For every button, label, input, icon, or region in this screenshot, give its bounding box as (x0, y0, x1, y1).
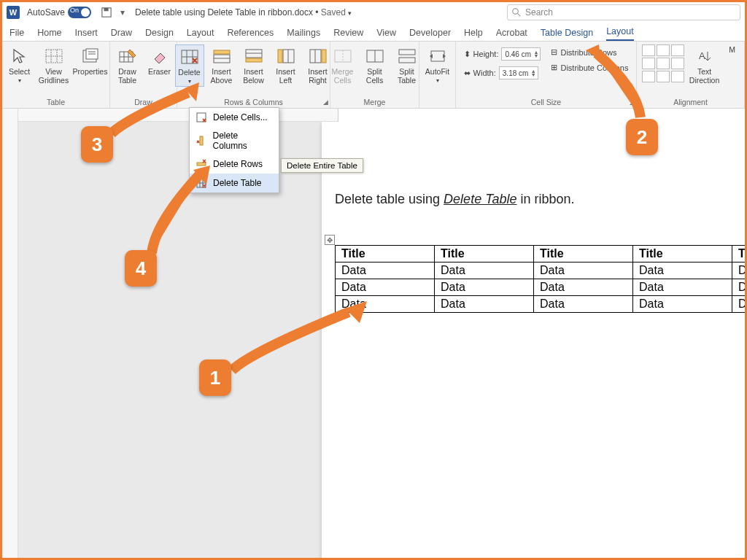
search-icon (512, 8, 521, 17)
annotation-arrow (586, 44, 651, 125)
delete-button[interactable]: Delete▾ (175, 44, 204, 87)
group-label-rows-cols: Rows & Columns (177, 98, 330, 106)
text-direction-button[interactable]: AText Direction (690, 44, 719, 86)
document-table[interactable]: TitleTitleTitleTitleTitle DataDataDataDa… (335, 245, 747, 313)
document-title[interactable]: Delete table using Delete Table in ribbo… (135, 7, 352, 18)
tab-table-layout[interactable]: Layout (606, 26, 634, 41)
tab-developer[interactable]: Developer (409, 28, 451, 41)
menu-delete-cells[interactable]: Delete Cells... (190, 108, 279, 127)
insert-above-icon (211, 46, 233, 66)
save-icon[interactable] (101, 7, 112, 18)
split-table-icon (396, 46, 418, 66)
annotation-badge: 3 (81, 126, 113, 163)
title-bar: W AutoSave On ▾ Delete table using Delet… (2, 2, 745, 23)
svg-point-2 (513, 9, 519, 15)
width-label: Width: (473, 69, 496, 77)
group-label-alignment: Alignment (637, 98, 744, 106)
tab-help[interactable]: Help (464, 28, 483, 41)
group-label-table: Table (2, 98, 109, 106)
tab-design[interactable]: Design (145, 28, 174, 41)
svg-rect-25 (246, 58, 262, 62)
tab-home[interactable]: Home (37, 28, 61, 41)
height-label: Height: (473, 50, 499, 58)
menu-delete-columns[interactable]: Delete Columns (190, 127, 279, 155)
delete-table-icon (179, 47, 201, 67)
split-table-button[interactable]: Split Table (392, 44, 422, 86)
dialog-launcher-icon[interactable]: ◢ (323, 98, 328, 106)
annotation-badge: 4 (125, 250, 157, 287)
svg-rect-41 (200, 136, 203, 145)
tab-acrobat[interactable]: Acrobat (496, 28, 527, 41)
cell-margins-button[interactable]: M (725, 44, 740, 56)
table-row: TitleTitleTitleTitleTitle (336, 246, 748, 262)
draw-table-button[interactable]: Draw Table (113, 44, 142, 86)
text-direction-icon: A (694, 46, 716, 66)
svg-rect-38 (431, 51, 444, 61)
annotation-arrow (221, 301, 367, 389)
insert-left-icon (275, 46, 297, 66)
svg-line-3 (518, 14, 521, 17)
insert-below-button[interactable]: Insert Below (239, 44, 268, 86)
svg-rect-1 (104, 8, 109, 11)
insert-left-button[interactable]: Insert Left (271, 44, 301, 86)
annotation-arrow (104, 82, 199, 141)
split-cells-icon (364, 46, 386, 66)
merge-cells-icon (332, 46, 354, 66)
tab-mailings[interactable]: Mailings (287, 28, 320, 41)
qat-dropdown-icon[interactable]: ▾ (117, 7, 128, 18)
width-input[interactable]: 3.18 cm▲▼ (499, 66, 538, 79)
tab-view[interactable]: View (376, 28, 396, 41)
cursor-icon (9, 46, 31, 66)
row-height-icon: ⬍ (464, 50, 471, 59)
autosave-label: AutoSave (27, 7, 65, 18)
insert-below-icon (243, 46, 265, 66)
merge-cells-button: Merge Cells (328, 44, 357, 86)
page-heading: Delete table using Delete Table in ribbo… (335, 192, 747, 207)
document-page[interactable]: Delete table using Delete Table in ribbo… (322, 122, 747, 560)
tab-references[interactable]: References (227, 28, 274, 41)
tab-table-design[interactable]: Table Design (541, 28, 593, 41)
select-button[interactable]: Select▾ (5, 44, 34, 85)
eraser-button[interactable]: Eraser (145, 44, 174, 78)
col-width-icon: ⬌ (464, 69, 471, 78)
workspace: Delete table using Delete Table in ribbo… (2, 109, 745, 558)
table-row: DataDataDataDataData (336, 279, 748, 296)
table-move-handle-icon[interactable]: ✥ (325, 235, 335, 245)
word-app-icon: W (7, 6, 20, 19)
svg-rect-31 (322, 50, 326, 63)
tab-file[interactable]: File (9, 28, 24, 41)
tooltip-delete-table: Delete Entire Table (281, 158, 363, 173)
properties-icon (80, 46, 101, 66)
properties-button[interactable]: Properties (74, 44, 107, 78)
autofit-icon (427, 46, 449, 66)
annotation-arrow (148, 164, 214, 259)
annotation-badge: 2 (626, 119, 658, 155)
distribute-cols-icon: ⊞ (551, 63, 557, 72)
distribute-rows-icon: ⊟ (551, 47, 557, 57)
split-cells-button[interactable]: Split Cells (360, 44, 390, 86)
tab-draw[interactable]: Draw (111, 28, 132, 41)
pencil-table-icon (117, 46, 139, 66)
ribbon-tabs: File Home Insert Draw Design Layout Refe… (2, 23, 745, 42)
height-input[interactable]: 0.46 cm▲▼ (501, 47, 541, 61)
tab-layout[interactable]: Layout (187, 28, 214, 41)
insert-right-icon (307, 46, 329, 66)
gridlines-icon (43, 46, 65, 66)
insert-above-button[interactable]: Insert Above (207, 44, 236, 86)
group-label-merge: Merge (330, 98, 419, 106)
autosave-toggle[interactable]: On (68, 7, 91, 18)
search-input[interactable]: Search (507, 4, 740, 20)
table-row: DataDataDataDataData (336, 296, 748, 313)
annotation-badge: 1 (199, 359, 231, 396)
tab-review[interactable]: Review (333, 28, 363, 41)
svg-rect-37 (399, 58, 415, 63)
vertical-ruler[interactable] (2, 109, 18, 558)
table-row: DataDataDataDataData (336, 262, 748, 279)
tab-insert[interactable]: Insert (75, 28, 98, 41)
svg-rect-28 (278, 50, 282, 63)
svg-text:A: A (699, 50, 705, 61)
autofit-button[interactable]: AutoFit▾ (423, 44, 452, 85)
svg-rect-36 (399, 50, 415, 55)
view-gridlines-button[interactable]: View Gridlines (37, 44, 71, 86)
svg-rect-22 (214, 50, 230, 54)
